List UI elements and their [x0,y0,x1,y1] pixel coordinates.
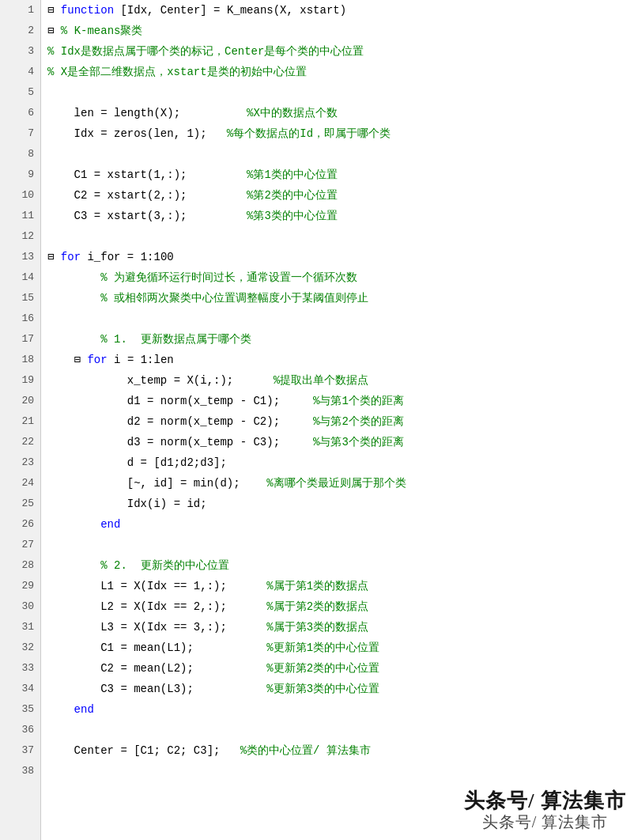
code-text: Idx = zeros(len, 1); %每个数据点的Id，即属于哪个类 [47,123,631,144]
code-line: ⊟ for i = 1:len [47,350,631,370]
code-container: 1234567891011121314151617181920212223242… [0,0,634,840]
code-text: % 为避免循环运行时间过长，通常设置一个循环次数 [47,267,631,288]
line-number: 10 [3,185,34,206]
code-line: C3 = mean(L3); %更新第3类的中心位置 [47,679,631,699]
line-number: 6 [3,103,34,123]
code-text: Center = [C1; C2; C3]; %类的中心位置/ 算法集市 [47,740,631,761]
line-number: 14 [3,267,34,288]
code-text [47,761,631,781]
line-number: 37 [3,740,34,761]
code-line: C3 = xstart(3,:); %第3类的中心位置 [47,206,631,226]
line-numbers: 1234567891011121314151617181920212223242… [0,0,41,840]
line-number: 38 [3,761,34,781]
line-number: 3 [3,41,34,62]
code-line: % 2. 更新类的中心位置 [47,555,631,576]
code-text: L3 = X(Idx == 3,:); %属于第3类的数据点 [47,617,631,638]
code-line: ⊟ function [Idx, Center] = K_means(X, xs… [47,0,631,21]
code-text: C1 = mean(L1); %更新第1类的中心位置 [47,638,631,658]
code-line [47,82,631,103]
code-line: L3 = X(Idx == 3,:); %属于第3类的数据点 [47,617,631,638]
code-line: L2 = X(Idx == 2,:); %属于第2类的数据点 [47,596,631,617]
line-number: 20 [3,391,34,411]
line-number: 25 [3,494,34,514]
line-number: 28 [3,555,34,576]
code-text [47,720,631,740]
code-text: % 1. 更新数据点属于哪个类 [47,329,631,350]
code-line: L1 = X(Idx == 1,:); %属于第1类的数据点 [47,576,631,596]
code-text: end [47,699,631,720]
line-number: 17 [3,329,34,350]
code-line [47,226,631,247]
line-number: 36 [3,720,34,740]
code-text: L2 = X(Idx == 2,:); %属于第2类的数据点 [47,596,631,617]
code-line: d2 = norm(x_temp - C2); %与第2个类的距离 [47,411,631,432]
line-number: 29 [3,576,34,596]
code-line [47,535,631,555]
line-number: 4 [3,62,34,82]
code-text: Idx(i) = id; [47,494,631,514]
line-number: 31 [3,617,34,638]
code-line: % 或相邻两次聚类中心位置调整幅度小于某阈值则停止 [47,288,631,308]
code-text: C3 = mean(L3); %更新第3类的中心位置 [47,679,631,699]
code-line: end [47,514,631,535]
code-line: end [47,699,631,720]
code-text: x_temp = X(i,:); %提取出单个数据点 [47,370,631,391]
code-line: C2 = xstart(2,:); %第2类的中心位置 [47,185,631,206]
code-text: % 2. 更新类的中心位置 [47,555,631,576]
code-text: [~, id] = min(d); %离哪个类最近则属于那个类 [47,473,631,494]
line-number: 9 [3,165,34,185]
code-text: ⊟ for i_for = 1:100 [47,247,631,267]
code-line: % X是全部二维数据点，xstart是类的初始中心位置 [47,62,631,82]
code-text: ⊟ function [Idx, Center] = K_means(X, xs… [47,0,631,21]
line-number: 8 [3,144,34,165]
code-text: d2 = norm(x_temp - C2); %与第2个类的距离 [47,411,631,432]
code-line: Idx(i) = id; [47,494,631,514]
line-number: 21 [3,411,34,432]
code-line: % 为避免循环运行时间过长，通常设置一个循环次数 [47,267,631,288]
line-number: 15 [3,288,34,308]
code-line: ⊟ % K-means聚类 [47,21,631,41]
code-line: % Idx是数据点属于哪个类的标记，Center是每个类的中心位置 [47,41,631,62]
line-number: 11 [3,206,34,226]
line-number: 27 [3,535,34,555]
code-text: C2 = xstart(2,:); %第2类的中心位置 [47,185,631,206]
line-number: 23 [3,452,34,473]
line-number: 22 [3,432,34,452]
code-text: L1 = X(Idx == 1,:); %属于第1类的数据点 [47,576,631,596]
code-text [47,226,631,247]
line-number: 12 [3,226,34,247]
code-line: d = [d1;d2;d3]; [47,452,631,473]
code-text: C3 = xstart(3,:); %第3类的中心位置 [47,206,631,226]
code-text: % Idx是数据点属于哪个类的标记，Center是每个类的中心位置 [47,41,631,62]
line-number: 2 [3,21,34,41]
line-number: 18 [3,350,34,370]
code-line: [~, id] = min(d); %离哪个类最近则属于那个类 [47,473,631,494]
code-text [47,144,631,165]
code-text: ⊟ for i = 1:len [47,350,631,370]
line-number: 5 [3,82,34,103]
code-line [47,761,631,781]
line-number: 24 [3,473,34,494]
code-text: d = [d1;d2;d3]; [47,452,631,473]
line-number: 26 [3,514,34,535]
line-number: 19 [3,370,34,391]
code-line [47,720,631,740]
line-number: 1 [3,0,34,21]
watermark-text2: 头条号/ 算法集市 [464,812,626,832]
code-line: C1 = xstart(1,:); %第1类的中心位置 [47,165,631,185]
code-text: C1 = xstart(1,:); %第1类的中心位置 [47,165,631,185]
code-line: d1 = norm(x_temp - C1); %与第1个类的距离 [47,391,631,411]
line-number: 34 [3,679,34,699]
code-line: C2 = mean(L2); %更新第2类的中心位置 [47,658,631,679]
line-number: 35 [3,699,34,720]
code-line: C1 = mean(L1); %更新第1类的中心位置 [47,638,631,658]
code-line: len = length(X); %X中的数据点个数 [47,103,631,123]
code-text [47,535,631,555]
code-line: x_temp = X(i,:); %提取出单个数据点 [47,370,631,391]
line-number: 7 [3,123,34,144]
line-number: 30 [3,596,34,617]
code-text: ⊟ % K-means聚类 [47,21,631,41]
code-area: ⊟ function [Idx, Center] = K_means(X, xs… [41,0,634,840]
code-text [47,82,631,103]
line-number: 33 [3,658,34,679]
